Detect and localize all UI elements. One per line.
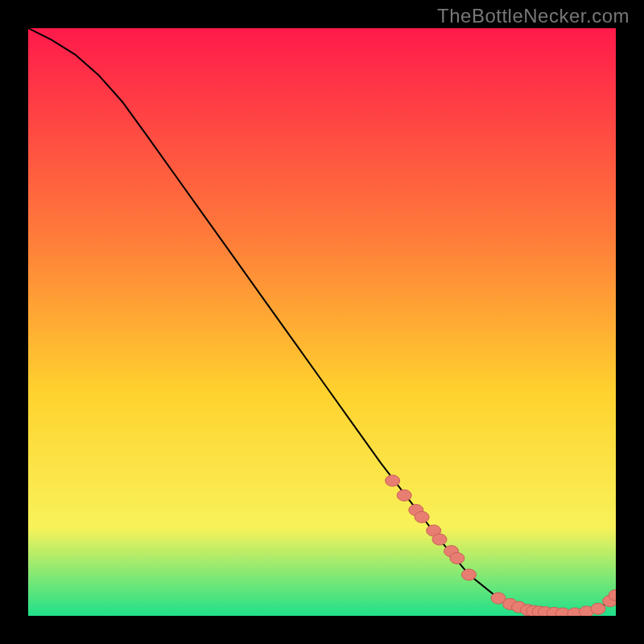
chart-svg [28, 28, 616, 616]
data-marker [462, 569, 477, 580]
data-marker [450, 552, 464, 564]
watermark-text: TheBottleNecker.com [437, 5, 630, 27]
data-marker [397, 489, 411, 501]
data-marker [415, 511, 429, 522]
data-marker [386, 475, 400, 486]
chart-frame: TheBottleNecker.com [0, 0, 644, 644]
plot-area [28, 28, 616, 616]
data-marker [432, 534, 447, 545]
data-marker [591, 603, 605, 614]
gradient-background [28, 28, 616, 616]
